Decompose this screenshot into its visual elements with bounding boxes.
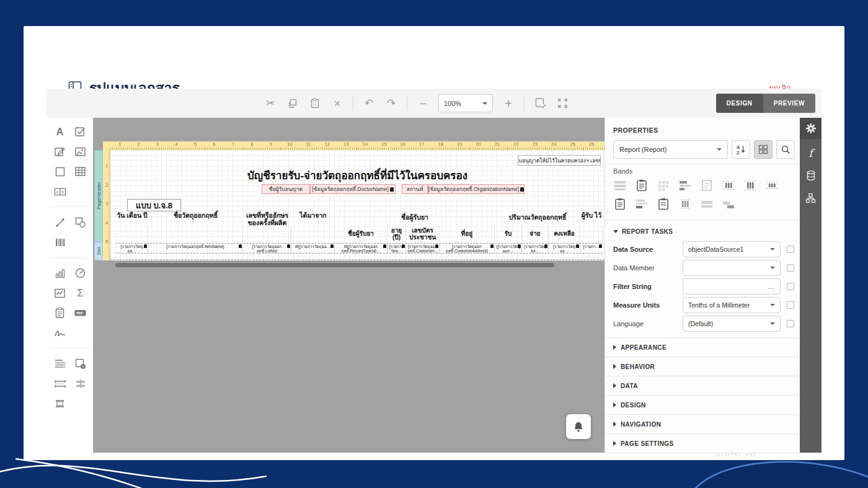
zoom-out-icon[interactable]: − bbox=[416, 97, 430, 110]
fit-window-icon[interactable] bbox=[556, 97, 569, 110]
data-source-dropdown[interactable]: objectDataSource1 bbox=[683, 241, 781, 257]
properties-rail-button[interactable] bbox=[800, 118, 822, 139]
detail-report-band-icon[interactable] bbox=[678, 197, 692, 211]
doctor-name-field[interactable]: [ข้อมูลวัตถุออกฤทธิ์.DoctorName] bbox=[310, 184, 396, 194]
shape-tool-icon[interactable] bbox=[74, 216, 87, 229]
design-tab[interactable]: DESIGN bbox=[716, 94, 763, 113]
chart-tool-icon[interactable] bbox=[53, 267, 66, 280]
license-textbox[interactable]: ใบอนุญาตให้มีไว้ในครอบครองฯ เลขที่ bbox=[518, 155, 601, 166]
vertical-detail-band-icon[interactable] bbox=[743, 179, 757, 192]
report-table-header[interactable]: วัน เดือน ปี ชื่อวัตถุออกฤทธิ์ เลขที่หรื… bbox=[116, 210, 603, 242]
language-dropdown[interactable]: (Default) bbox=[683, 316, 781, 332]
line-tool-icon[interactable] bbox=[53, 216, 66, 229]
expressions-rail-button[interactable]: f bbox=[800, 143, 822, 164]
section-appearance[interactable]: APPEARANCE bbox=[605, 337, 800, 357]
validate-icon[interactable] bbox=[533, 97, 547, 110]
report-footer-band-icon[interactable] bbox=[613, 197, 627, 211]
table-of-contents-tool-icon[interactable] bbox=[53, 357, 66, 370]
panel-tool-icon[interactable] bbox=[53, 165, 66, 178]
report-explorer-rail-button[interactable] bbox=[800, 187, 822, 208]
data-binding-icon bbox=[383, 244, 386, 248]
signature-tool-icon[interactable] bbox=[53, 326, 66, 339]
preview-tab[interactable]: PREVIEW bbox=[763, 94, 815, 113]
chevron-down-icon bbox=[770, 304, 775, 306]
page-footer-band-icon[interactable] bbox=[657, 197, 670, 211]
barcode-tool-icon[interactable] bbox=[53, 236, 66, 249]
group-header-band-icon[interactable] bbox=[657, 179, 670, 192]
cross-band-line-tool-icon[interactable] bbox=[74, 377, 87, 390]
data-source-checkbox[interactable] bbox=[787, 246, 794, 253]
function-icon: f bbox=[808, 147, 812, 159]
detail-band-icon[interactable] bbox=[700, 179, 714, 192]
report-page[interactable]: ใบอนุญาตให้มีไว้ในครอบครองฯ เลขที่ บัญชี… bbox=[110, 150, 604, 260]
page-header-band-strip[interactable]: PageHeader bbox=[94, 150, 103, 242]
measure-units-dropdown[interactable]: Tenths of a Millimeter bbox=[683, 297, 781, 313]
gauge-tool-icon[interactable] bbox=[74, 267, 87, 280]
notification-button[interactable] bbox=[566, 414, 591, 439]
data-binding-icon bbox=[390, 187, 394, 192]
copy-icon[interactable] bbox=[286, 97, 299, 110]
design-surface[interactable]: 1234567891011121314151617181920212223242… bbox=[93, 118, 604, 453]
section-design[interactable]: DESIGN bbox=[605, 395, 800, 414]
rich-text-tool-icon[interactable] bbox=[53, 145, 66, 158]
ellipsis-button[interactable]: … bbox=[768, 283, 775, 290]
pivot-grid-tool-icon[interactable]: Σ bbox=[74, 286, 87, 299]
place-label-field[interactable]: สถานที่ bbox=[402, 184, 428, 194]
page-header-band-icon[interactable] bbox=[678, 179, 692, 192]
zoom-in-icon[interactable]: + bbox=[502, 97, 515, 110]
sparkline-tool-icon[interactable] bbox=[53, 286, 66, 299]
data-member-checkbox[interactable] bbox=[787, 264, 794, 272]
label-tool-icon[interactable]: A bbox=[53, 125, 66, 138]
sort-az-button[interactable]: AZ bbox=[732, 140, 750, 159]
page-break-tool-icon[interactable] bbox=[53, 377, 66, 390]
zoom-select[interactable]: 100% bbox=[438, 94, 493, 112]
section-page-settings[interactable]: PAGE SETTINGS bbox=[605, 433, 800, 453]
section-navigation[interactable]: NAVIGATION bbox=[605, 414, 800, 433]
character-comb-tool-icon[interactable]: ab bbox=[53, 185, 66, 198]
pdf-content-tool-icon[interactable]: PDF bbox=[74, 306, 87, 319]
report-title[interactable]: บัญชีรายรับ-จ่ายวัตถุออกฤทธิ์ที่มีไว้ในค… bbox=[110, 167, 604, 184]
search-properties-button[interactable] bbox=[776, 140, 795, 159]
paste-icon[interactable] bbox=[308, 97, 322, 110]
language-checkbox[interactable] bbox=[787, 320, 794, 327]
vertical-header-band-icon[interactable] bbox=[722, 179, 735, 192]
delete-icon[interactable]: × bbox=[330, 97, 344, 110]
top-margin-band-icon[interactable] bbox=[613, 179, 627, 192]
group-footer-band-icon[interactable] bbox=[635, 197, 649, 211]
filter-string-input[interactable]: … bbox=[683, 278, 781, 295]
section-data[interactable]: DATA bbox=[605, 376, 800, 395]
filter-string-checkbox[interactable] bbox=[787, 283, 794, 290]
report-tasks-header[interactable]: REPORT TASKS bbox=[613, 228, 673, 235]
organization-name-field[interactable]: [ข้อมูลวัตถุออกฤทธิ์.OrganizationName] bbox=[428, 184, 525, 194]
cut-icon[interactable]: ✂ bbox=[264, 97, 277, 110]
mode-switch: DESIGN PREVIEW bbox=[716, 94, 815, 113]
cross-band-box-tool-icon[interactable] bbox=[53, 397, 66, 410]
category-view-button[interactable] bbox=[754, 140, 773, 159]
table-tool-icon[interactable] bbox=[74, 165, 87, 178]
data-binding-icon bbox=[544, 244, 547, 248]
element-selector-dropdown[interactable]: Report (Report) bbox=[613, 140, 728, 159]
measure-units-checkbox[interactable] bbox=[787, 301, 794, 309]
band-boundary bbox=[110, 259, 604, 260]
detail-band-row[interactable]: [รายการวัตถุออ… [รายการวัตถุออกฤทธิ์.Ite… bbox=[116, 243, 603, 254]
page-info-tool-icon[interactable]: i bbox=[74, 357, 87, 370]
picture-box-tool-icon[interactable] bbox=[74, 145, 87, 158]
detail-band-strip[interactable]: Det bbox=[94, 242, 103, 260]
bottom-margin-band-icon[interactable] bbox=[700, 197, 714, 211]
undo-icon[interactable]: ↶ bbox=[362, 97, 376, 110]
vertical-total-band-icon[interactable] bbox=[765, 179, 779, 192]
toolbox-divider bbox=[50, 206, 90, 207]
field-list-rail-button[interactable] bbox=[800, 165, 822, 186]
clipboard-content-tool-icon[interactable] bbox=[53, 306, 66, 319]
data-source-row: Data Source objectDataSource1 bbox=[613, 241, 795, 257]
section-behavior[interactable]: BEHAVIOR bbox=[605, 357, 800, 376]
redo-icon[interactable]: ↷ bbox=[384, 97, 398, 110]
data-member-dropdown[interactable] bbox=[683, 260, 781, 276]
toolbar-separator bbox=[407, 96, 407, 111]
check-box-tool-icon[interactable] bbox=[74, 125, 87, 138]
horizontal-scrollbar[interactable] bbox=[115, 263, 554, 267]
expand-icon bbox=[613, 422, 616, 427]
report-header-band-icon[interactable] bbox=[635, 179, 649, 192]
licensee-label-field[interactable]: ชื่อผู้รับอนุญาต bbox=[262, 184, 310, 194]
sub-band-icon[interactable] bbox=[722, 197, 735, 211]
